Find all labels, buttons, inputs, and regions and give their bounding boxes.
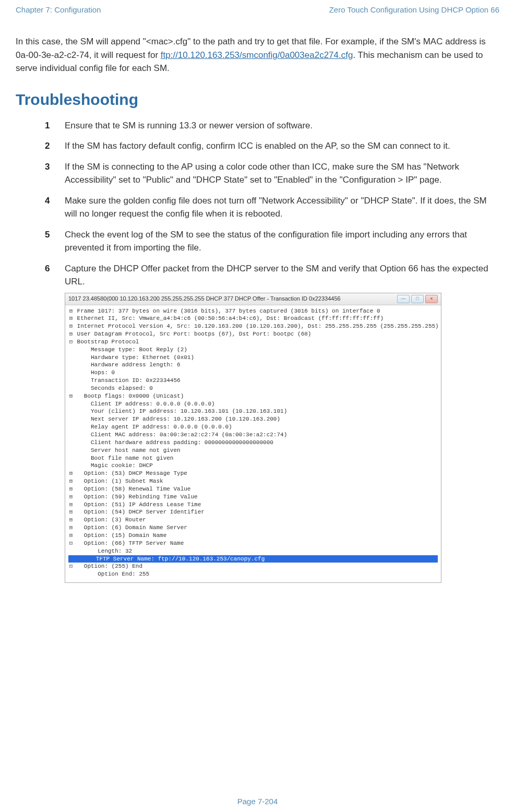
packet-line-text: Option End: 255 bbox=[74, 571, 149, 577]
step-text: If the SM is connecting to the AP using … bbox=[65, 162, 459, 185]
packet-line[interactable]: TFTP Server Name: ftp://10.120.163.253/c… bbox=[68, 555, 438, 563]
packet-line-text: Boot file name not given bbox=[74, 455, 173, 461]
packet-line[interactable]: ⊞ Bootp flags: 0x0000 (Unicast) bbox=[68, 392, 438, 400]
packet-line-text: Option: (54) DHCP Server Identifier bbox=[74, 509, 205, 515]
step-item: 1Ensure that te SM is running 13.3 or ne… bbox=[45, 119, 499, 133]
packet-line[interactable]: ⊞ Option: (6) Domain Name Server bbox=[68, 524, 438, 532]
tree-toggle-icon bbox=[68, 408, 74, 415]
packet-line[interactable]: Client IP address: 0.0.0.0 (0.0.0.0) bbox=[68, 400, 438, 408]
window-title: 1017 23.48580(000 10.120.163.200 255.255… bbox=[68, 295, 341, 303]
close-button[interactable]: × bbox=[425, 295, 438, 303]
tree-toggle-icon bbox=[68, 415, 74, 423]
tree-toggle-icon[interactable]: ⊞ bbox=[68, 315, 74, 323]
packet-line-text: Client MAC address: 0a:00:3e:a2:c2:74 (0… bbox=[74, 432, 287, 438]
packet-line-text: User Datagram Protocol, Src Port: bootps… bbox=[74, 331, 311, 337]
packet-line-text: Next server IP address: 10.120.163.200 (… bbox=[74, 416, 280, 422]
packet-line-text: Option: (15) Domain Name bbox=[74, 532, 166, 539]
tree-toggle-icon[interactable]: ⊞ bbox=[68, 477, 74, 485]
highlighted-line[interactable]: TFTP Server Name: ftp://10.120.163.253/c… bbox=[68, 555, 438, 563]
wireshark-screenshot: 1017 23.48580(000 10.120.163.200 255.255… bbox=[65, 293, 441, 583]
tree-toggle-icon bbox=[68, 400, 74, 408]
tree-toggle-icon bbox=[68, 439, 74, 447]
packet-line-text: Internet Protocol Version 4, Src: 10.120… bbox=[74, 323, 439, 329]
tree-toggle-icon[interactable]: ⊟ bbox=[68, 540, 74, 547]
packet-line-text: Bootstrap Protocol bbox=[74, 339, 139, 345]
step-number: 3 bbox=[45, 160, 50, 174]
tree-toggle-icon[interactable]: ⊞ bbox=[68, 330, 74, 338]
packet-line[interactable]: Magic cookie: DHCP bbox=[68, 462, 438, 470]
tree-toggle-icon[interactable]: ⊟ bbox=[68, 338, 74, 346]
header-left: Chapter 7: Configuration bbox=[16, 5, 101, 14]
tree-toggle-icon[interactable]: ⊞ bbox=[68, 323, 74, 330]
packet-line-text: Option: (66) TFTP Server Name bbox=[74, 540, 184, 546]
maximize-button[interactable]: □ bbox=[411, 295, 424, 303]
packet-line[interactable]: Length: 32 bbox=[68, 547, 438, 555]
section-title: Troubleshooting bbox=[16, 91, 499, 109]
tree-toggle-icon[interactable]: ⊞ bbox=[68, 508, 74, 516]
packet-line[interactable]: Transaction ID: 0x22334456 bbox=[68, 377, 438, 385]
packet-line[interactable]: Boot file name not given bbox=[68, 455, 438, 462]
packet-line[interactable]: ⊞ Option: (51) IP Address Lease Time bbox=[68, 501, 438, 509]
packet-line[interactable]: ⊞ Ethernet II, Src: Vmware_a4:b4:c6 (00:… bbox=[68, 315, 438, 323]
step-number: 1 bbox=[45, 119, 50, 133]
tree-toggle-icon[interactable]: ⊞ bbox=[68, 524, 74, 532]
packet-line[interactable]: Next server IP address: 10.120.163.200 (… bbox=[68, 415, 438, 423]
packet-line-text: Option: (3) Router bbox=[74, 517, 146, 523]
packet-line[interactable]: Client hardware address padding: 0000000… bbox=[68, 439, 438, 447]
packet-line[interactable]: Hardware address length: 6 bbox=[68, 361, 438, 369]
packet-line[interactable]: ⊞ Option: (53) DHCP Message Type bbox=[68, 470, 438, 477]
packet-line[interactable]: ⊞ Internet Protocol Version 4, Src: 10.1… bbox=[68, 323, 438, 330]
packet-line[interactable]: ⊞ Option: (1) Subnet Mask bbox=[68, 477, 438, 485]
packet-line[interactable]: ⊟ Option: (255) End bbox=[68, 563, 438, 570]
packet-line[interactable]: ⊞ Frame 1017: 377 bytes on wire (3016 bi… bbox=[68, 307, 438, 315]
step-text: Capture the DHCP Offer packet from the D… bbox=[65, 264, 488, 287]
packet-line[interactable]: Hops: 0 bbox=[68, 369, 438, 377]
tree-toggle-icon bbox=[68, 431, 74, 439]
tree-toggle-icon[interactable]: ⊞ bbox=[68, 485, 74, 493]
packet-line[interactable]: ⊟ Bootstrap Protocol bbox=[68, 338, 438, 346]
packet-line[interactable]: ⊞ Option: (59) Rebinding Time Value bbox=[68, 493, 438, 501]
packet-line[interactable]: Hardware type: Ethernet (0x01) bbox=[68, 354, 438, 362]
packet-line-text: Option: (6) Domain Name Server bbox=[74, 524, 187, 531]
packet-line[interactable]: Seconds elapsed: 0 bbox=[68, 385, 438, 392]
step-item: 6Capture the DHCP Offer packet from the … bbox=[45, 262, 499, 583]
packet-line-text: Option: (51) IP Address Lease Time bbox=[74, 501, 201, 508]
packet-line-text: Client hardware address padding: 0000000… bbox=[74, 439, 273, 446]
packet-line[interactable]: Message type: Boot Reply (2) bbox=[68, 346, 438, 354]
packet-line[interactable]: ⊞ User Datagram Protocol, Src Port: boot… bbox=[68, 330, 438, 338]
tree-toggle-icon bbox=[68, 385, 74, 392]
tree-toggle-icon[interactable]: ⊞ bbox=[68, 493, 74, 501]
packet-line-text: Transaction ID: 0x22334456 bbox=[74, 377, 181, 384]
packet-line[interactable]: Your (client) IP address: 10.120.163.101… bbox=[68, 408, 438, 415]
tree-toggle-icon[interactable]: ⊞ bbox=[68, 516, 74, 524]
tree-toggle-icon[interactable]: ⊞ bbox=[68, 392, 74, 400]
tree-toggle-icon[interactable]: ⊞ bbox=[68, 307, 74, 315]
intro-paragraph: In this case, the SM will append "<mac>.… bbox=[16, 35, 499, 75]
packet-line[interactable]: Option End: 255 bbox=[68, 570, 438, 578]
packet-line[interactable]: Relay agent IP address: 0.0.0.0 (0.0.0.0… bbox=[68, 423, 438, 431]
minimize-button[interactable]: — bbox=[397, 295, 410, 303]
packet-line-text: Your (client) IP address: 10.120.163.101… bbox=[74, 408, 287, 414]
tree-toggle-icon[interactable]: ⊟ bbox=[68, 563, 74, 570]
step-item: 5Check the event log of the SM to see th… bbox=[45, 228, 499, 255]
packet-line-text: Option: (58) Renewal Time Value bbox=[74, 486, 190, 492]
tree-toggle-icon[interactable]: ⊞ bbox=[68, 501, 74, 509]
packet-line[interactable]: ⊞ Option: (3) Router bbox=[68, 516, 438, 524]
step-text: Check the event log of the SM to see the… bbox=[65, 230, 467, 253]
steps-list: 1Ensure that te SM is running 13.3 or ne… bbox=[45, 119, 499, 583]
packet-line[interactable]: ⊞ Option: (15) Domain Name bbox=[68, 532, 438, 540]
packet-line[interactable]: ⊟ Option: (66) TFTP Server Name bbox=[68, 540, 438, 547]
packet-line[interactable]: ⊞ Option: (54) DHCP Server Identifier bbox=[68, 508, 438, 516]
ftp-link[interactable]: ftp://10.120.163.253/smconfig/0a003ea2c2… bbox=[161, 50, 353, 60]
packet-tree[interactable]: ⊞ Frame 1017: 377 bytes on wire (3016 bi… bbox=[65, 305, 441, 583]
tree-toggle-icon[interactable]: ⊞ bbox=[68, 532, 74, 540]
step-text: Ensure that te SM is running 13.3 or new… bbox=[65, 121, 313, 130]
step-number: 5 bbox=[45, 228, 50, 242]
step-item: 3If the SM is connecting to the AP using… bbox=[45, 160, 499, 187]
packet-line[interactable]: Client MAC address: 0a:00:3e:a2:c2:74 (0… bbox=[68, 431, 438, 439]
step-number: 2 bbox=[45, 139, 50, 153]
packet-line[interactable]: Server host name not given bbox=[68, 447, 438, 455]
tree-toggle-icon bbox=[68, 346, 74, 354]
tree-toggle-icon[interactable]: ⊞ bbox=[68, 470, 74, 477]
packet-line[interactable]: ⊞ Option: (58) Renewal Time Value bbox=[68, 485, 438, 493]
